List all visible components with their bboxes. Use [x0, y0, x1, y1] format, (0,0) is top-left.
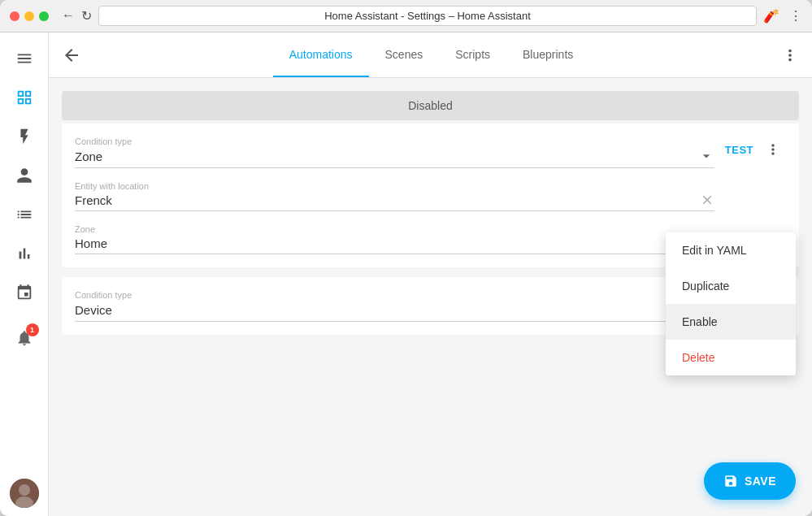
device-fields: Condition type Device — [75, 290, 714, 322]
browser-url[interactable]: Home Assistant - Settings – Home Assista… — [98, 6, 757, 26]
sidebar-item-notifications[interactable]: 1 — [7, 320, 42, 356]
tab-scenes[interactable]: Scenes — [369, 33, 440, 77]
condition-type-input-device[interactable]: Device — [75, 301, 714, 322]
sidebar-item-automations[interactable] — [7, 119, 42, 154]
close-dot[interactable] — [10, 11, 20, 21]
sidebar-item-list[interactable] — [7, 197, 42, 232]
browser-actions: 🧨 ⋮ — [763, 8, 802, 24]
browser-dots — [10, 11, 49, 21]
zone-input[interactable]: Home — [75, 236, 714, 254]
notification-badge: 1 — [26, 323, 39, 336]
maximize-dot[interactable] — [39, 11, 49, 21]
top-nav: Automations Scenes Scripts Blueprints — [49, 33, 812, 78]
tab-blueprints[interactable]: Blueprints — [506, 33, 589, 77]
zone-card-actions: TEST — [721, 137, 786, 163]
condition-type-label-device: Condition type — [75, 290, 714, 300]
zone-test-button[interactable]: TEST — [725, 144, 753, 156]
sidebar-item-person[interactable] — [7, 158, 42, 193]
condition-type-field-zone: Condition type Zone — [75, 137, 714, 168]
entity-input[interactable]: Frenck — [75, 193, 714, 211]
zone-label: Zone — [75, 224, 714, 234]
sidebar-item-chart[interactable] — [7, 236, 42, 271]
browser-reload-icon[interactable]: ↻ — [81, 8, 92, 24]
sidebar-item-dashboard[interactable] — [7, 80, 42, 115]
avatar[interactable] — [10, 479, 39, 508]
nav-tabs: Automations Scenes Scripts Blueprints — [94, 33, 768, 77]
nav-more-button[interactable] — [781, 46, 799, 64]
condition-type-dropdown-icon-zone[interactable] — [698, 148, 714, 164]
browser-toolbar: ← ↻ Home Assistant - Settings – Home Ass… — [0, 0, 812, 33]
browser-nav: ← ↻ — [62, 8, 92, 24]
zone-fields: Condition type Zone — [75, 137, 714, 254]
menu-item-duplicate[interactable]: Duplicate — [666, 268, 796, 304]
sidebar-item-calendar[interactable] — [7, 275, 42, 310]
condition-type-field-device: Condition type Device — [75, 290, 714, 322]
tab-automations[interactable]: Automations — [273, 33, 369, 77]
zone-field: Zone Home — [75, 224, 714, 254]
disabled-banner: Disabled — [62, 91, 799, 120]
back-button[interactable] — [62, 46, 81, 65]
app-layout: 1 — [0, 33, 812, 516]
minimize-dot[interactable] — [24, 11, 34, 21]
extension-icon[interactable]: 🧨 — [763, 8, 779, 24]
entity-value: Frenck — [75, 193, 700, 207]
zone-value: Home — [75, 236, 700, 250]
menu-item-delete[interactable]: Delete — [666, 340, 796, 375]
menu-item-enable[interactable]: Enable — [666, 304, 796, 340]
main-content: Automations Scenes Scripts Blueprints Di… — [49, 33, 812, 516]
browser-back-icon[interactable]: ← — [62, 8, 75, 24]
condition-type-label-zone: Condition type — [75, 137, 714, 146]
avatar-image — [10, 479, 39, 508]
entity-label: Entity with location — [75, 181, 714, 191]
condition-type-input-zone[interactable]: Zone — [75, 148, 714, 168]
sidebar: 1 — [0, 33, 49, 516]
disabled-text: Disabled — [408, 99, 452, 112]
browser-menu-icon[interactable]: ⋮ — [789, 8, 802, 24]
condition-type-value-zone: Zone — [75, 150, 698, 163]
context-menu: Edit in YAML Duplicate Enable Delete — [666, 232, 796, 375]
svg-point-1 — [19, 484, 30, 496]
tab-scripts[interactable]: Scripts — [439, 33, 506, 77]
content-area: Disabled Condition type Zone — [49, 78, 812, 516]
condition-type-value-device: Device — [75, 303, 698, 317]
entity-field: Entity with location Frenck — [75, 181, 714, 211]
save-label: SAVE — [745, 475, 776, 488]
save-button[interactable]: SAVE — [704, 462, 796, 500]
browser-window: ← ↻ Home Assistant - Settings – Home Ass… — [0, 0, 812, 516]
menu-item-edit-yaml[interactable]: Edit in YAML — [666, 232, 796, 268]
entity-clear-icon[interactable] — [700, 193, 714, 207]
sidebar-item-menu[interactable] — [7, 41, 42, 76]
zone-more-button[interactable] — [760, 137, 786, 163]
